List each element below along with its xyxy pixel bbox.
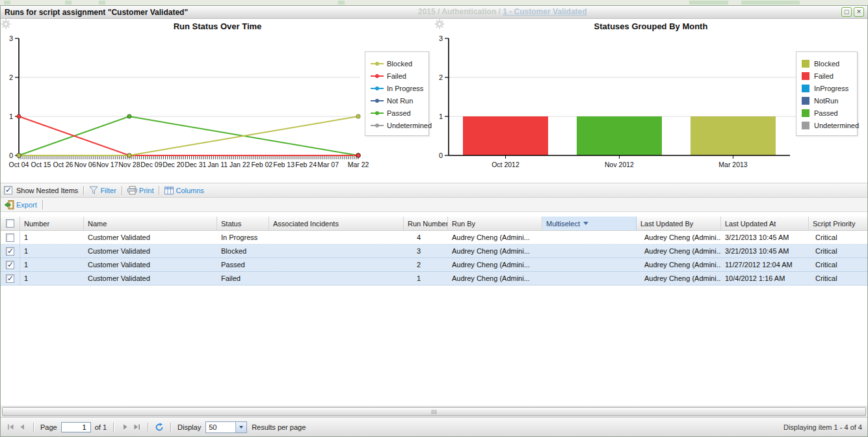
row-checkbox[interactable] — [6, 247, 14, 256]
legend-label: Failed — [387, 72, 406, 80]
legend-item: Blocked — [371, 57, 423, 70]
chart-settings-gear-icon[interactable] — [434, 19, 445, 29]
series-line-Blocked — [19, 116, 358, 155]
cell-run-number: 2 — [404, 258, 448, 271]
page-size-select[interactable]: 50 — [205, 421, 247, 433]
dialog-titlebar[interactable]: Runs for script assignment "Customer Val… — [1, 6, 867, 19]
table-row[interactable]: 1 Customer Validated Passed 2 Audrey Che… — [1, 258, 867, 272]
svg-text:0: 0 — [439, 152, 443, 159]
svg-text:Mar 07: Mar 07 — [317, 161, 339, 168]
series-line-Failed — [19, 116, 358, 155]
last-page-button[interactable] — [131, 421, 142, 433]
export-button[interactable]: Export — [4, 200, 37, 209]
legend-item: Not Run — [371, 94, 423, 107]
svg-text:Feb 02: Feb 02 — [251, 161, 272, 168]
series-point-Failed — [356, 153, 360, 157]
svg-text:3: 3 — [439, 34, 443, 42]
background-decoration — [99, 1, 105, 5]
column-header-last-updated-by[interactable]: Last Updated By — [637, 217, 721, 230]
legend-swatch — [802, 85, 809, 92]
column-header-number[interactable]: Number — [20, 217, 84, 230]
column-header-label: Script Priority — [813, 220, 855, 228]
row-checkbox[interactable] — [6, 233, 14, 242]
table-row[interactable]: 1 Customer Validated Blocked 3 Audrey Ch… — [1, 245, 867, 258]
legend-label: Not Run — [387, 97, 413, 105]
line-chart: Run Status Over Time 0123Oct 04Oct 15Oct… — [1, 19, 434, 183]
bar-chart: Statuses Grouped By Month 0123Oct 2012No… — [434, 19, 867, 183]
next-page-button[interactable] — [119, 421, 131, 433]
select-all-header-cell[interactable] — [1, 217, 20, 230]
charts-panel: Run Status Over Time 0123Oct 04Oct 15Oct… — [1, 19, 867, 183]
legend-label: NotRun — [814, 97, 838, 105]
legend-item: NotRun — [802, 94, 852, 107]
svg-text:2: 2 — [9, 73, 13, 81]
table-row[interactable]: 1 Customer Validated Failed 1 Audrey Che… — [1, 272, 867, 285]
dialog-title: Runs for script assignment "Customer Val… — [1, 8, 188, 17]
legend-item: Undetermined — [802, 119, 852, 131]
svg-text:3: 3 — [9, 34, 13, 42]
column-header-label: Associated Incidents — [273, 220, 339, 228]
show-nested-items-label: Show Nested Items — [16, 187, 78, 194]
columns-button[interactable]: Columns — [164, 187, 204, 194]
spacer — [1, 212, 867, 217]
pager-separator — [33, 423, 34, 432]
row-select-cell[interactable] — [1, 245, 20, 258]
row-select-cell[interactable] — [1, 258, 20, 271]
bar-chart-legend: BlockedFailedInProgressNotRunPassedUndet… — [796, 51, 858, 136]
series-point-Blocked — [356, 114, 360, 118]
cell-multiselect — [542, 258, 637, 271]
column-header-associated-incidents[interactable]: Associated Incidents — [269, 217, 404, 230]
horizontal-scrollbar[interactable] — [1, 406, 867, 417]
scrollbar-thumb[interactable] — [2, 407, 866, 416]
legend-swatch — [802, 60, 809, 68]
legend-label: Undetermined — [814, 122, 859, 129]
legend-label: Passed — [814, 109, 838, 117]
maximize-button[interactable]: ▢ — [841, 7, 852, 17]
row-checkbox[interactable] — [6, 274, 14, 283]
table-row[interactable]: 1 Customer Validated In Progress 4 Audre… — [1, 231, 867, 245]
select-all-checkbox[interactable] — [6, 219, 14, 228]
combo-dropdown-button[interactable] — [235, 422, 246, 432]
row-checkbox[interactable] — [6, 261, 14, 269]
svg-text:1: 1 — [439, 113, 443, 120]
row-select-cell[interactable] — [1, 272, 20, 285]
legend-line-marker — [371, 75, 384, 77]
runs-dialog-window: Runs for script assignment "Customer Val… — [0, 5, 868, 437]
refresh-button[interactable] — [153, 421, 165, 433]
pager-separator — [148, 423, 148, 432]
printer-icon — [127, 186, 137, 194]
breadcrumb-link: 1 - Customer Validated — [503, 7, 586, 16]
show-nested-items-checkbox[interactable] — [4, 186, 12, 194]
filter-button[interactable]: Filter — [89, 186, 116, 194]
export-icon — [4, 200, 14, 209]
legend-label: Blocked — [814, 60, 839, 68]
prev-page-button[interactable] — [16, 421, 28, 433]
legend-label: Blocked — [387, 60, 412, 68]
refresh-icon — [155, 423, 164, 432]
column-header-name[interactable]: Name — [84, 217, 217, 230]
svg-text:1: 1 — [9, 113, 13, 120]
cell-multiselect — [542, 245, 637, 258]
first-page-button[interactable] — [5, 421, 16, 433]
page-number-input[interactable] — [61, 422, 91, 432]
column-header-last-updated-at[interactable]: Last Updated At — [721, 217, 809, 230]
column-header-script-priority[interactable]: Script Priority — [809, 217, 867, 230]
column-header-multiselect[interactable]: Multiselect — [542, 217, 637, 230]
close-button[interactable]: ✕ — [854, 7, 864, 17]
filter-funnel-icon — [89, 186, 98, 194]
bar-Failed — [463, 116, 548, 155]
chart-settings-gear-icon[interactable] — [1, 19, 11, 29]
cell-updated-at: 10/4/2012 1:16 AM — [721, 272, 809, 285]
column-header-run-number[interactable]: Run Number — [404, 217, 448, 230]
pagination-bar: Page of 1 Display 50 Results per page Di… — [1, 417, 867, 436]
column-header-run-by[interactable]: Run By — [448, 217, 542, 230]
maximize-icon: ▢ — [844, 8, 850, 15]
cell-run-number: 4 — [404, 231, 448, 244]
print-button[interactable]: Print — [127, 186, 154, 194]
print-label: Print — [139, 187, 154, 194]
row-select-cell[interactable] — [1, 231, 20, 244]
legend-line-marker — [371, 88, 384, 89]
svg-text:Oct 26: Oct 26 — [53, 161, 73, 168]
cell-priority: Critical — [809, 258, 867, 271]
column-header-status[interactable]: Status — [217, 217, 269, 230]
